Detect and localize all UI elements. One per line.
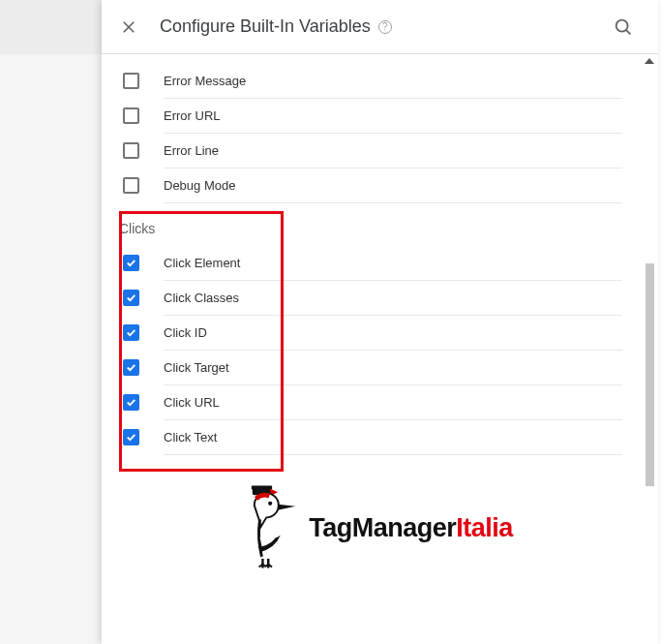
logo: TagManagerItalia (247, 484, 513, 571)
variable-label: Click Element (164, 256, 240, 270)
help-icon[interactable]: ? (378, 20, 392, 34)
variable-label: Error URL (164, 108, 221, 123)
svg-line-3 (626, 29, 630, 33)
variable-row[interactable]: Click ID (164, 316, 622, 351)
checkbox[interactable] (123, 107, 139, 124)
variable-label: Click ID (164, 325, 207, 340)
variable-row[interactable]: Click Element (164, 246, 622, 281)
variable-list: Error MessageError URLError LineDebug Mo… (102, 54, 640, 455)
checkbox[interactable] (123, 142, 139, 159)
section-clicks: ClicksClick ElementClick ClassesClick ID… (119, 203, 622, 455)
checkbox[interactable] (123, 255, 139, 271)
section-title: Clicks (119, 203, 622, 246)
close-icon (120, 18, 137, 36)
variable-row[interactable]: Error Message (164, 64, 622, 99)
variable-label: Click Classes (164, 291, 239, 305)
scroll-thumb[interactable] (646, 263, 654, 486)
checkbox[interactable] (123, 324, 139, 341)
checkbox[interactable] (123, 290, 139, 306)
variable-label: Debug Mode (164, 178, 235, 193)
checkbox[interactable] (123, 177, 139, 194)
variable-row[interactable]: Click Target (164, 351, 622, 385)
scrollbar[interactable] (643, 54, 656, 644)
variable-label: Click Target (164, 360, 229, 375)
variable-row[interactable]: Click Text (164, 420, 622, 455)
svg-point-2 (616, 19, 628, 31)
checkbox[interactable] (123, 359, 139, 376)
svg-marker-9 (278, 505, 295, 510)
checkbox[interactable] (123, 73, 139, 89)
logo-text-red: Italia (456, 513, 513, 542)
checkbox[interactable] (123, 394, 139, 411)
search-button[interactable] (604, 8, 643, 46)
variable-row[interactable]: Click Classes (164, 281, 622, 316)
scroll-up-arrow[interactable] (643, 54, 656, 68)
variable-label: Error Message (164, 74, 246, 88)
svg-rect-5 (252, 486, 272, 490)
backdrop (0, 0, 102, 644)
scroll-area: Error MessageError URLError LineDebug Mo… (102, 54, 658, 644)
logo-area: TagManagerItalia (102, 455, 658, 571)
svg-point-8 (268, 502, 272, 506)
panel-title: Configure Built-In Variables ? (160, 16, 392, 37)
section: Error MessageError URLError LineDebug Mo… (119, 64, 622, 203)
panel-title-text: Configure Built-In Variables (160, 16, 371, 37)
logo-text: TagManagerItalia (309, 513, 513, 543)
variable-label: Click URL (164, 395, 220, 410)
panel-header: Configure Built-In Variables ? (102, 0, 658, 54)
logo-text-black: TagManager (309, 513, 456, 542)
checkbox[interactable] (123, 429, 139, 445)
config-panel: Configure Built-In Variables ? Error Mes… (102, 0, 658, 644)
search-icon (613, 16, 634, 38)
close-button[interactable] (109, 8, 148, 46)
variable-label: Error Line (164, 143, 219, 158)
variable-row[interactable]: Click URL (164, 385, 622, 420)
variable-row[interactable]: Debug Mode (164, 169, 622, 203)
variable-row[interactable]: Error Line (164, 134, 622, 169)
woodpecker-icon (247, 484, 303, 571)
variable-row[interactable]: Error URL (164, 99, 622, 134)
variable-label: Click Text (164, 430, 217, 445)
